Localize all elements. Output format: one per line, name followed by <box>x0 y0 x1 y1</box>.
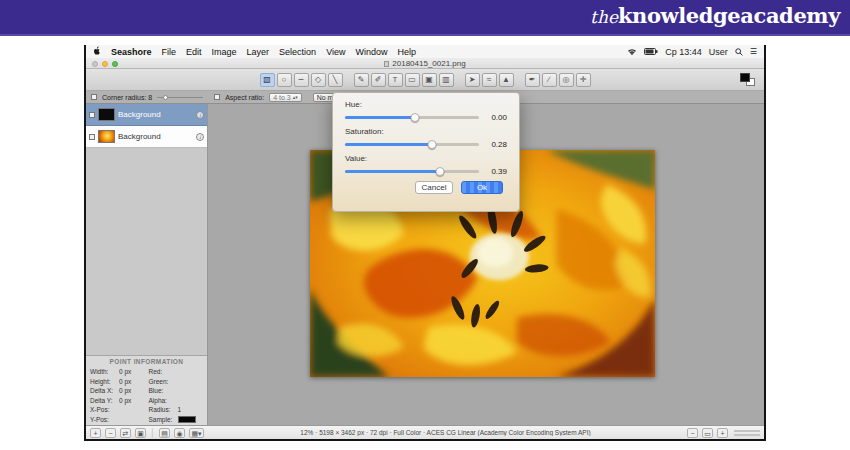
foreground-color-swatch[interactable] <box>740 73 750 82</box>
point-information-title: POINT INFORMATION <box>90 358 203 365</box>
menu-item-file[interactable]: File <box>162 47 177 57</box>
tools-toolbar: ▧ ○ ∽ ◇ ╲ ✎ ✐ T ▭ ▣ ▥ ➤ ≈ ▲ ✒ ∕ ◎ ✛ <box>86 69 764 91</box>
logo-the: the <box>590 7 618 27</box>
tool-zoom[interactable]: ◎ <box>559 73 574 87</box>
clock-label[interactable]: Cp 13:44 <box>665 47 702 57</box>
layer-name: Background <box>118 132 193 141</box>
hue-slider-knob[interactable] <box>410 113 419 122</box>
corner-radius-checkbox[interactable] <box>91 94 97 100</box>
hsv-dialog: Hue: 0.00 Saturation: 0.28 Value: <box>332 92 520 212</box>
sample-color-swatch <box>178 416 196 423</box>
layer-visibility-checkbox[interactable] <box>89 134 95 140</box>
tool-ellipse-select[interactable]: ○ <box>277 73 292 87</box>
tool-position[interactable]: ➤ <box>465 73 480 87</box>
brand-logo: theknowledgeacademy <box>590 3 840 28</box>
layer-name: Background <box>118 110 193 119</box>
tool-text[interactable]: T <box>388 73 403 87</box>
layer-row-selected[interactable]: Background i <box>86 104 207 126</box>
point-info-left-column: Width:0 px Height:0 px Delta X:0 px Delt… <box>90 367 145 424</box>
menu-item-selection[interactable]: Selection <box>279 47 316 57</box>
zoom-out-icon[interactable]: − <box>687 428 698 438</box>
menu-bar-status: Cp 13:44 User ☰ <box>627 47 757 57</box>
value-value: 0.39 <box>479 167 507 176</box>
saturation-label: Saturation: <box>345 127 507 136</box>
layer-options-icon[interactable]: ▦▾ <box>189 428 204 438</box>
spotlight-search-icon[interactable] <box>735 48 743 56</box>
tool-eraser[interactable]: ▭ <box>405 73 420 87</box>
point-information-panel: POINT INFORMATION Width:0 px Height:0 px… <box>86 355 207 425</box>
hue-label: Hue: <box>345 100 507 109</box>
seashore-screenshot: Seashore File Edit Image Layer Selection… <box>84 45 766 441</box>
value-slider-knob[interactable] <box>436 167 445 176</box>
zoom-in-icon[interactable]: + <box>717 428 728 438</box>
tool-polygon-lasso[interactable]: ◇ <box>311 73 326 87</box>
remove-layer-icon[interactable]: − <box>105 428 116 438</box>
aspect-ratio-select[interactable]: 4 to 3 ▴▾ <box>269 93 302 102</box>
layer-info-icon[interactable]: i <box>196 111 204 119</box>
menu-item-layer[interactable]: Layer <box>247 47 270 57</box>
saturation-slider-knob[interactable] <box>428 140 437 149</box>
notification-center-icon[interactable]: ☰ <box>750 47 757 56</box>
document-proxy-icon <box>384 61 389 67</box>
swap-icon[interactable]: ⇄ <box>120 428 131 438</box>
tool-eyedropper[interactable]: ✒ <box>525 73 540 87</box>
trash-icon[interactable]: ▤ <box>159 428 170 438</box>
layer-row[interactable]: Background i <box>86 126 207 148</box>
layer-visibility-checkbox[interactable] <box>89 112 95 118</box>
tool-effect[interactable]: ∕ <box>542 73 557 87</box>
zoom-reset-icon[interactable]: ▭ <box>702 428 713 438</box>
hue-slider[interactable] <box>345 112 479 122</box>
layer-thumbnail <box>98 130 115 143</box>
value-slider[interactable] <box>345 166 479 176</box>
corner-radius-slider[interactable] <box>157 94 203 100</box>
menu-item-help[interactable]: Help <box>398 47 417 57</box>
frame-icon[interactable]: ▣ <box>135 428 146 438</box>
saturation-slider[interactable] <box>345 139 479 149</box>
tool-bucket[interactable]: ▣ <box>422 73 437 87</box>
add-layer-icon[interactable]: + <box>90 428 101 438</box>
ok-button[interactable]: Ok <box>461 181 503 194</box>
menu-item-seashore[interactable]: Seashore <box>111 47 152 57</box>
logo-main: knowledgeacademy <box>618 3 840 28</box>
tool-rectangle-select[interactable]: ▧ <box>260 73 275 87</box>
saturation-value: 0.28 <box>479 140 507 149</box>
aspect-ratio-checkbox[interactable] <box>214 94 220 100</box>
tool-lasso[interactable]: ∽ <box>294 73 309 87</box>
tool-gradient[interactable]: ▥ <box>439 73 454 87</box>
status-bar: + − ⇄ ▣ │ ▤ ◉ ▦▾ 12% · 5198 × 3462 px · … <box>86 425 764 439</box>
aspect-ratio-label: Aspect ratio: <box>225 94 264 101</box>
brand-banner: theknowledgeacademy <box>0 0 850 36</box>
window-title: 20180415_0021.png <box>86 59 764 68</box>
disabled-label-lines <box>734 430 760 436</box>
document-info-label: 12% · 5198 × 3462 px · 72 dpi · Full Col… <box>208 429 683 436</box>
cancel-button[interactable]: Cancel <box>415 181 453 194</box>
user-menu-label[interactable]: User <box>709 47 728 57</box>
menu-bar: Seashore File Edit Image Layer Selection… <box>86 45 764 58</box>
apple-menu-icon[interactable] <box>93 46 101 57</box>
tool-wand[interactable]: ╲ <box>328 73 343 87</box>
menu-item-edit[interactable]: Edit <box>186 47 202 57</box>
color-swatches[interactable] <box>740 73 756 87</box>
chevron-updown-icon: ▴▾ <box>293 94 298 101</box>
wifi-icon[interactable] <box>627 48 637 56</box>
tool-move[interactable]: ✛ <box>576 73 591 87</box>
point-info-right-column: Red: Green: Blue: Alpha: Radius:1 Sample… <box>149 367 204 424</box>
value-label: Value: <box>345 154 507 163</box>
corner-radius-label: Corner radius: 8 <box>102 94 152 101</box>
layer-info-icon[interactable]: i <box>196 133 204 141</box>
menu-item-image[interactable]: Image <box>212 47 237 57</box>
tool-clone-stamp[interactable]: ▲ <box>499 73 514 87</box>
tool-smudge[interactable]: ≈ <box>482 73 497 87</box>
battery-icon[interactable] <box>644 48 658 55</box>
visibility-eye-icon[interactable]: ◉ <box>174 428 185 438</box>
menu-item-window[interactable]: Window <box>355 47 387 57</box>
window-title-bar: 20180415_0021.png <box>86 58 764 69</box>
hue-value: 0.00 <box>479 113 507 122</box>
tool-pencil[interactable]: ✎ <box>354 73 369 87</box>
menu-item-view[interactable]: View <box>326 47 345 57</box>
sidebar-empty-area <box>86 148 207 355</box>
tool-brush[interactable]: ✐ <box>371 73 386 87</box>
layer-thumbnail <box>98 108 115 121</box>
sidebar: Background i Background i POINT INFORMAT… <box>86 104 208 425</box>
